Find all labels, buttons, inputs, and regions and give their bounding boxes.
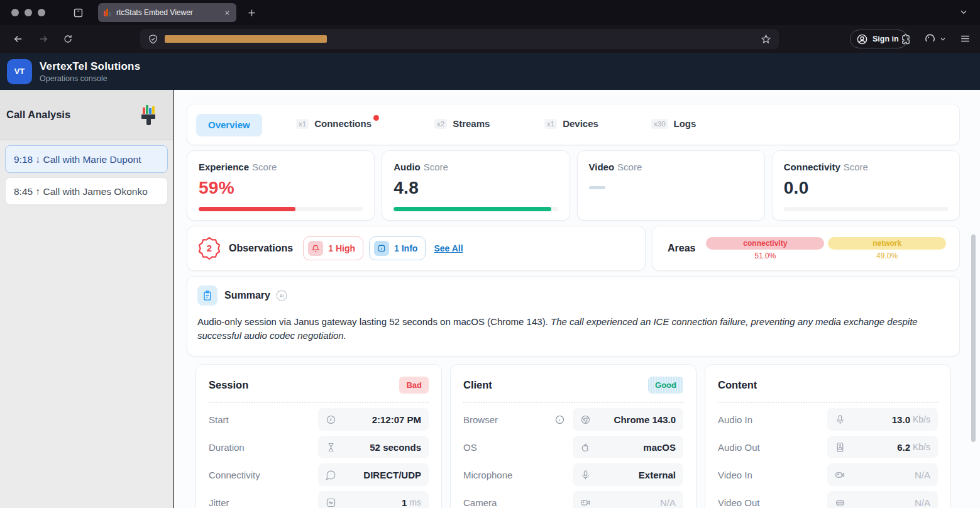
area-pill[interactable]: network: [828, 237, 946, 250]
forward-icon[interactable]: [38, 33, 49, 45]
experience-score-card: ExperienceScore 59%: [187, 150, 375, 221]
svg-text:2: 2: [207, 243, 212, 253]
high-observations-button[interactable]: 1 High: [303, 236, 363, 260]
chrome-icon: [580, 414, 591, 425]
observations-card: 2 Observations 1 High 1 Info See All: [187, 226, 646, 271]
sidebar: Call Analysis 9:18 ↓ Call with Marie Dup…: [0, 90, 173, 508]
browser-window: rtcStats Embed Viewer Sign in: [0, 0, 980, 508]
detail-row-jitter: Jitter 1ms: [209, 491, 429, 508]
tab-connections[interactable]: x1 Connections: [296, 118, 383, 129]
score-name: Video: [589, 162, 615, 172]
detail-row-video-out: Video Out N/A: [718, 491, 938, 508]
back-icon[interactable]: [13, 33, 24, 45]
summary-text: Audio-only session via Janus gateway las…: [197, 315, 949, 343]
waveform-icon: [326, 497, 336, 508]
detail-row-audio-out: Audio Out 6.2Kb/s: [718, 436, 938, 458]
bell-icon: [311, 244, 320, 253]
ai-badge-icon: AI: [275, 289, 288, 302]
connectivity-score-value: 0.0: [784, 178, 948, 198]
scrollbar-thumb[interactable]: [971, 235, 976, 442]
areas-card: Areas connectivity 51.0% network 49.0%: [652, 226, 960, 271]
progress-bar: [199, 207, 363, 211]
client-card: Client Good Browser Chrome 143.0 OS macO…: [450, 364, 696, 508]
connectivity-score-card: ConnectivityScore 0.0: [772, 150, 960, 221]
account-chevron-icon[interactable]: [939, 35, 947, 43]
speaker-icon: [835, 442, 845, 453]
menu-hamburger-icon[interactable]: [959, 33, 971, 45]
tab-devices[interactable]: x1 Devices: [544, 118, 598, 129]
url-bar[interactable]: [140, 29, 779, 49]
summary-title: Summary: [224, 290, 270, 301]
tab-close-icon[interactable]: [224, 9, 231, 16]
detail-row-os: OS macOS: [463, 436, 683, 458]
see-all-link[interactable]: See All: [434, 243, 463, 253]
tab-count-badge: x2: [434, 119, 447, 129]
tab-favicon-icon: [104, 9, 111, 16]
reload-icon[interactable]: [63, 34, 73, 44]
window-controls: [11, 9, 51, 16]
detail-row-camera: Camera N/A: [463, 491, 683, 508]
sidebar-item-call-marie-dupont[interactable]: 9:18 ↓ Call with Marie Dupont: [5, 145, 168, 173]
area-network: network 49.0%: [828, 237, 946, 260]
tab-count-badge: x30: [651, 119, 668, 129]
shield-icon[interactable]: [148, 34, 158, 45]
detail-row-browser: Browser Chrome 143.0: [463, 408, 683, 431]
traffic-light-zoom[interactable]: [38, 9, 45, 16]
main-content: Overview x1 Connections x2 Streams x1 De…: [174, 90, 980, 508]
tab-count-badge: x1: [544, 119, 557, 129]
microphone-icon: [835, 414, 845, 425]
info-observations-button[interactable]: 1 Info: [369, 236, 426, 260]
tab-bar: Overview x1 Connections x2 Streams x1 De…: [187, 104, 960, 145]
status-badge: Good: [648, 377, 683, 394]
redacted-url: [165, 35, 327, 43]
notification-dot: [373, 115, 379, 121]
detail-row-start: Start 2:12:07 PM: [209, 408, 429, 431]
tab-count-badge: x1: [296, 119, 309, 129]
app-subtitle: Operations console: [40, 74, 140, 83]
session-card: Session Bad Start 2:12:07 PM Duration 52…: [195, 364, 442, 508]
content-title: Content: [718, 379, 757, 391]
traffic-light-minimize[interactable]: [25, 9, 32, 16]
new-tab-button[interactable]: [246, 8, 257, 18]
audio-score-value: 4.8: [394, 178, 558, 198]
sidebar-item-call-james-okonko[interactable]: 8:45 ↑ Call with James Okonko: [5, 177, 168, 205]
detail-row-connectivity: Connectivity DIRECT/UDP: [209, 463, 429, 486]
tab-streams[interactable]: x2 Streams: [434, 118, 490, 129]
library-icon[interactable]: [72, 7, 84, 19]
app-header: VT VertexTel Solutions Operations consol…: [0, 53, 980, 90]
detail-row-video-in: Video In N/A: [718, 463, 938, 486]
observations-title: Observations: [229, 243, 293, 254]
app-logo: VT: [7, 59, 32, 84]
browser-tab[interactable]: rtcStats Embed Viewer: [98, 3, 236, 22]
sign-in-button[interactable]: Sign in: [850, 30, 908, 48]
apple-icon: [580, 442, 591, 453]
sidebar-title: Call Analysis: [6, 109, 70, 121]
session-title: Session: [209, 379, 248, 391]
clipboard-icon: [202, 290, 213, 301]
summary-card: Summary AI Audio-only session via Janus …: [187, 276, 960, 356]
paintbrush-icon[interactable]: [141, 105, 155, 125]
status-badge: Bad: [399, 377, 429, 394]
extensions-puzzle-icon[interactable]: [900, 33, 911, 45]
detail-row-microphone: Microphone External: [463, 463, 683, 486]
chat-bubble-icon: [326, 470, 336, 480]
area-pill[interactable]: connectivity: [706, 237, 824, 250]
tab-logs[interactable]: x30 Logs: [651, 118, 696, 129]
clock-icon: [326, 414, 336, 425]
info-circle-icon[interactable]: [554, 414, 565, 425]
tab-title: rtcStats Embed Viewer: [116, 8, 219, 17]
projector-icon: [835, 497, 845, 508]
gauge-icon[interactable]: [924, 33, 936, 45]
bookmark-star-icon[interactable]: [761, 34, 771, 45]
tab-overview[interactable]: Overview: [196, 114, 262, 136]
area-percent: 51.0%: [706, 251, 824, 260]
camera-icon: [835, 470, 845, 480]
hourglass-icon: [326, 442, 336, 453]
progress-bar: [394, 207, 558, 211]
tab-list-chevron-icon[interactable]: [959, 7, 969, 17]
traffic-light-close[interactable]: [11, 9, 19, 16]
client-title: Client: [463, 379, 492, 391]
area-percent: 49.0%: [828, 251, 946, 260]
experience-score-value: 59%: [199, 178, 363, 198]
account-icon: [856, 33, 868, 45]
